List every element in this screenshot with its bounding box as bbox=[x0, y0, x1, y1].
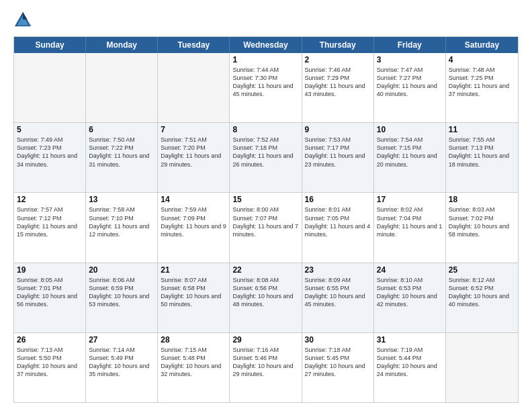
day-info: Sunrise: 7:48 AM Sunset: 7:25 PM Dayligh… bbox=[449, 66, 515, 99]
day-number: 12 bbox=[17, 195, 83, 204]
day-info: Sunrise: 7:18 AM Sunset: 5:45 PM Dayligh… bbox=[305, 346, 371, 379]
empty-cell bbox=[86, 53, 158, 122]
day-cell: 13Sunrise: 7:58 AM Sunset: 7:10 PM Dayli… bbox=[86, 193, 158, 262]
day-number: 26 bbox=[17, 335, 83, 345]
day-number: 23 bbox=[305, 265, 371, 275]
day-cell: 19Sunrise: 8:05 AM Sunset: 7:01 PM Dayli… bbox=[14, 263, 86, 332]
day-info: Sunrise: 8:09 AM Sunset: 6:55 PM Dayligh… bbox=[305, 276, 371, 309]
day-info: Sunrise: 7:14 AM Sunset: 5:49 PM Dayligh… bbox=[89, 346, 154, 379]
day-number: 25 bbox=[449, 265, 515, 275]
calendar: SundayMondayTuesdayWednesdayThursdayFrid… bbox=[13, 36, 519, 403]
empty-cell bbox=[446, 333, 518, 402]
day-number: 6 bbox=[89, 125, 154, 134]
day-cell: 17Sunrise: 8:02 AM Sunset: 7:04 PM Dayli… bbox=[374, 193, 446, 262]
day-cell: 28Sunrise: 7:15 AM Sunset: 5:48 PM Dayli… bbox=[158, 333, 230, 402]
day-number: 20 bbox=[89, 265, 154, 275]
weekday-header: Tuesday bbox=[158, 37, 230, 53]
day-cell: 23Sunrise: 8:09 AM Sunset: 6:55 PM Dayli… bbox=[302, 263, 374, 332]
day-info: Sunrise: 7:53 AM Sunset: 7:17 PM Dayligh… bbox=[305, 136, 371, 169]
day-number: 27 bbox=[89, 335, 154, 345]
day-cell: 30Sunrise: 7:18 AM Sunset: 5:45 PM Dayli… bbox=[302, 333, 374, 402]
day-number: 5 bbox=[17, 125, 83, 134]
day-cell: 9Sunrise: 7:53 AM Sunset: 7:17 PM Daylig… bbox=[302, 123, 374, 192]
day-info: Sunrise: 7:55 AM Sunset: 7:13 PM Dayligh… bbox=[449, 136, 515, 169]
day-info: Sunrise: 8:03 AM Sunset: 7:02 PM Dayligh… bbox=[449, 205, 515, 238]
day-info: Sunrise: 8:00 AM Sunset: 7:07 PM Dayligh… bbox=[232, 205, 298, 238]
day-info: Sunrise: 7:49 AM Sunset: 7:23 PM Dayligh… bbox=[17, 136, 83, 169]
day-cell: 14Sunrise: 7:59 AM Sunset: 7:09 PM Dayli… bbox=[158, 193, 230, 262]
day-info: Sunrise: 8:10 AM Sunset: 6:53 PM Dayligh… bbox=[377, 276, 443, 309]
day-number: 24 bbox=[377, 265, 443, 275]
weekday-header: Sunday bbox=[14, 37, 86, 53]
day-info: Sunrise: 7:50 AM Sunset: 7:22 PM Dayligh… bbox=[89, 136, 154, 169]
day-number: 8 bbox=[232, 125, 298, 134]
day-number: 15 bbox=[232, 195, 298, 204]
weekday-header: Saturday bbox=[446, 37, 518, 53]
day-number: 21 bbox=[161, 265, 226, 275]
day-info: Sunrise: 7:44 AM Sunset: 7:30 PM Dayligh… bbox=[232, 66, 298, 99]
day-cell: 20Sunrise: 8:06 AM Sunset: 6:59 PM Dayli… bbox=[86, 263, 158, 332]
day-cell: 29Sunrise: 7:16 AM Sunset: 5:46 PM Dayli… bbox=[230, 333, 302, 402]
header bbox=[13, 11, 519, 30]
day-cell: 6Sunrise: 7:50 AM Sunset: 7:22 PM Daylig… bbox=[86, 123, 158, 192]
day-info: Sunrise: 8:08 AM Sunset: 6:56 PM Dayligh… bbox=[232, 276, 298, 309]
day-number: 11 bbox=[449, 125, 515, 134]
weekday-header: Thursday bbox=[302, 37, 374, 53]
day-cell: 24Sunrise: 8:10 AM Sunset: 6:53 PM Dayli… bbox=[374, 263, 446, 332]
day-number: 3 bbox=[377, 55, 443, 64]
logo-icon bbox=[13, 11, 32, 30]
calendar-row: 12Sunrise: 7:57 AM Sunset: 7:12 PM Dayli… bbox=[14, 192, 518, 262]
day-info: Sunrise: 8:02 AM Sunset: 7:04 PM Dayligh… bbox=[377, 205, 443, 238]
day-info: Sunrise: 8:01 AM Sunset: 7:05 PM Dayligh… bbox=[305, 205, 371, 238]
day-number: 16 bbox=[305, 195, 371, 204]
calendar-row: 5Sunrise: 7:49 AM Sunset: 7:23 PM Daylig… bbox=[14, 122, 518, 192]
day-number: 29 bbox=[232, 335, 298, 345]
day-number: 2 bbox=[305, 55, 371, 64]
day-info: Sunrise: 7:57 AM Sunset: 7:12 PM Dayligh… bbox=[17, 205, 83, 238]
calendar-row: 1Sunrise: 7:44 AM Sunset: 7:30 PM Daylig… bbox=[14, 53, 518, 122]
day-number: 18 bbox=[449, 195, 515, 204]
day-cell: 25Sunrise: 8:12 AM Sunset: 6:52 PM Dayli… bbox=[446, 263, 518, 332]
day-info: Sunrise: 7:19 AM Sunset: 5:44 PM Dayligh… bbox=[377, 346, 443, 379]
day-number: 22 bbox=[232, 265, 298, 275]
empty-cell bbox=[14, 53, 86, 122]
calendar-header: SundayMondayTuesdayWednesdayThursdayFrid… bbox=[14, 37, 518, 53]
day-number: 31 bbox=[377, 335, 443, 345]
day-number: 17 bbox=[377, 195, 443, 204]
day-cell: 1Sunrise: 7:44 AM Sunset: 7:30 PM Daylig… bbox=[230, 53, 302, 122]
day-info: Sunrise: 7:15 AM Sunset: 5:48 PM Dayligh… bbox=[161, 346, 226, 379]
day-cell: 12Sunrise: 7:57 AM Sunset: 7:12 PM Dayli… bbox=[14, 193, 86, 262]
weekday-header: Friday bbox=[374, 37, 446, 53]
day-cell: 4Sunrise: 7:48 AM Sunset: 7:25 PM Daylig… bbox=[446, 53, 518, 122]
day-cell: 15Sunrise: 8:00 AM Sunset: 7:07 PM Dayli… bbox=[230, 193, 302, 262]
day-number: 4 bbox=[449, 55, 515, 64]
day-number: 7 bbox=[161, 125, 226, 134]
day-info: Sunrise: 8:07 AM Sunset: 6:58 PM Dayligh… bbox=[161, 276, 226, 309]
day-info: Sunrise: 7:16 AM Sunset: 5:46 PM Dayligh… bbox=[232, 346, 298, 379]
day-info: Sunrise: 7:13 AM Sunset: 5:50 PM Dayligh… bbox=[17, 346, 83, 379]
day-number: 1 bbox=[232, 55, 298, 64]
calendar-row: 19Sunrise: 8:05 AM Sunset: 7:01 PM Dayli… bbox=[14, 263, 518, 332]
calendar-body: 1Sunrise: 7:44 AM Sunset: 7:30 PM Daylig… bbox=[14, 53, 518, 402]
empty-cell bbox=[158, 53, 230, 122]
day-info: Sunrise: 7:54 AM Sunset: 7:15 PM Dayligh… bbox=[377, 136, 443, 169]
day-cell: 8Sunrise: 7:52 AM Sunset: 7:18 PM Daylig… bbox=[230, 123, 302, 192]
day-cell: 31Sunrise: 7:19 AM Sunset: 5:44 PM Dayli… bbox=[374, 333, 446, 402]
day-number: 30 bbox=[305, 335, 371, 345]
day-number: 14 bbox=[161, 195, 226, 204]
day-info: Sunrise: 7:51 AM Sunset: 7:20 PM Dayligh… bbox=[161, 136, 226, 169]
day-info: Sunrise: 7:58 AM Sunset: 7:10 PM Dayligh… bbox=[89, 205, 154, 238]
day-cell: 3Sunrise: 7:47 AM Sunset: 7:27 PM Daylig… bbox=[374, 53, 446, 122]
day-info: Sunrise: 7:52 AM Sunset: 7:18 PM Dayligh… bbox=[232, 136, 298, 169]
day-number: 19 bbox=[17, 265, 83, 275]
day-info: Sunrise: 7:46 AM Sunset: 7:29 PM Dayligh… bbox=[305, 66, 371, 99]
day-cell: 18Sunrise: 8:03 AM Sunset: 7:02 PM Dayli… bbox=[446, 193, 518, 262]
svg-marker-2 bbox=[23, 12, 28, 19]
day-cell: 7Sunrise: 7:51 AM Sunset: 7:20 PM Daylig… bbox=[158, 123, 230, 192]
day-cell: 21Sunrise: 8:07 AM Sunset: 6:58 PM Dayli… bbox=[158, 263, 230, 332]
day-cell: 11Sunrise: 7:55 AM Sunset: 7:13 PM Dayli… bbox=[446, 123, 518, 192]
day-cell: 5Sunrise: 7:49 AM Sunset: 7:23 PM Daylig… bbox=[14, 123, 86, 192]
day-cell: 22Sunrise: 8:08 AM Sunset: 6:56 PM Dayli… bbox=[230, 263, 302, 332]
logo bbox=[13, 11, 35, 30]
day-number: 10 bbox=[377, 125, 443, 134]
